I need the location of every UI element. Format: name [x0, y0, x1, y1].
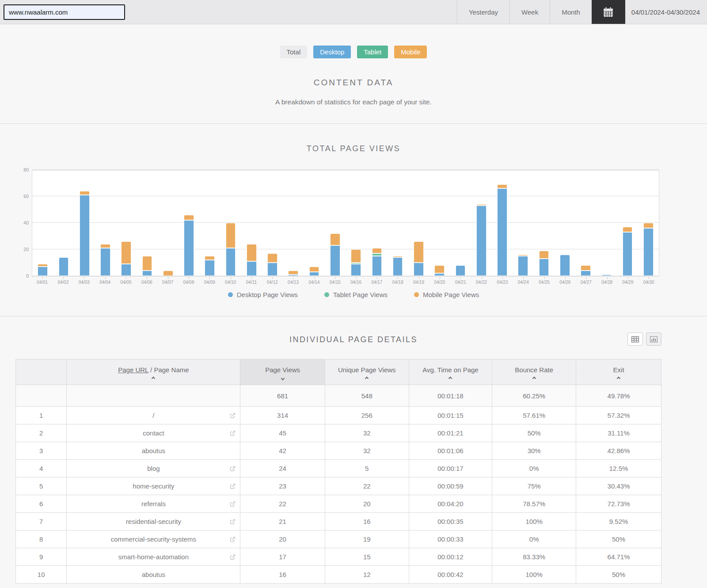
exit-cell: 57.32%: [576, 407, 661, 424]
bar-column-04/17[interactable]: [366, 171, 387, 276]
desktop-page-views-segment: [623, 232, 633, 276]
external-link-icon[interactable]: [230, 466, 236, 471]
exit-column-header[interactable]: Exit: [576, 359, 661, 385]
table-view-button[interactable]: [627, 332, 643, 346]
desktop-page-views-segment: [581, 271, 591, 276]
bar-column-04/11[interactable]: [241, 171, 262, 276]
bar-column-04/24[interactable]: [513, 171, 533, 276]
page-cell: home-security: [67, 477, 240, 495]
bar-column-04/21[interactable]: [450, 171, 471, 276]
bar-column-04/25[interactable]: [533, 171, 554, 276]
bar-column-04/20[interactable]: [429, 171, 450, 276]
desktop-page-views-segment: [518, 256, 528, 276]
rank-cell: 8: [16, 531, 67, 548]
x-axis-label: 04/28: [597, 277, 617, 285]
chart-view-button[interactable]: [646, 332, 661, 346]
desktop-page-views-segment: [80, 195, 90, 276]
desktop-page-views-segment: [309, 272, 319, 276]
bar-column-04/07[interactable]: [158, 171, 179, 276]
table-icon: [631, 336, 639, 343]
bar-column-04/27[interactable]: [575, 171, 596, 276]
bar-column-04/04[interactable]: [95, 171, 116, 276]
exit-cell: 50%: [576, 531, 661, 548]
calendar-button[interactable]: [592, 0, 625, 24]
bar-column-04/28[interactable]: [596, 171, 617, 276]
legend-item[interactable]: Mobile Page Views: [414, 291, 479, 298]
external-link-icon[interactable]: [230, 554, 236, 560]
mobile-page-views-segment: [351, 249, 361, 263]
unique-page-views-column-header[interactable]: Unique Page Views: [325, 359, 409, 385]
exit-cell: 9.52%: [576, 513, 661, 531]
page-views-column-header[interactable]: Page Views: [240, 359, 325, 385]
bar-column-04/18[interactable]: [388, 171, 408, 276]
page-name: aboutus: [142, 447, 165, 454]
mobile-page-views-segment: [497, 184, 507, 188]
table-row: 7residential-security211600:00:35100%9.5…: [16, 513, 661, 531]
bounce-rate-column-header[interactable]: Bounce Rate: [492, 359, 576, 385]
month-button[interactable]: Month: [550, 0, 592, 24]
yesterday-button[interactable]: Yesterday: [457, 0, 509, 24]
bar-column-04/10[interactable]: [220, 171, 241, 276]
page-url-sort-link[interactable]: Page URL: [118, 366, 148, 374]
filter-tablet-button[interactable]: Tablet: [357, 46, 388, 58]
external-link-icon[interactable]: [230, 483, 236, 489]
bar-column-04/02[interactable]: [53, 171, 74, 276]
y-axis-tick: 20: [13, 247, 29, 252]
bar-column-04/23[interactable]: [492, 171, 513, 276]
x-axis-label: 04/02: [53, 277, 73, 285]
rank-cell: 1: [16, 407, 67, 424]
bar-column-04/12[interactable]: [262, 171, 283, 276]
bar-column-04/03[interactable]: [74, 171, 95, 276]
bar-column-04/16[interactable]: [346, 171, 366, 276]
mobile-page-views-segment: [623, 227, 633, 232]
bar-column-04/13[interactable]: [283, 171, 304, 276]
page-views-cell: 314: [240, 407, 325, 424]
bar-column-04/14[interactable]: [304, 171, 324, 276]
x-axis-label: 04/22: [471, 277, 492, 285]
desktop-page-views-segment: [393, 257, 403, 276]
calendar-icon: [602, 6, 614, 18]
legend-dot-icon: [414, 292, 419, 297]
page-name: contact: [143, 429, 164, 437]
unique-page-views-cell: 19: [325, 531, 409, 548]
page-url-column-header[interactable]: Page URL / Page Name: [67, 359, 240, 385]
stacked-bar-chart: 020406080 04/0104/0204/0304/0404/0504/06…: [32, 170, 659, 285]
bar-column-04/30[interactable]: [638, 171, 659, 276]
legend-label: Desktop Page Views: [237, 291, 298, 298]
desktop-page-views-segment: [247, 261, 257, 276]
external-link-icon[interactable]: [230, 519, 236, 524]
bar-column-04/26[interactable]: [555, 171, 575, 276]
x-axis-label: 04/27: [576, 277, 597, 285]
desktop-page-views-segment: [184, 220, 194, 276]
x-axis-label: 04/14: [304, 277, 324, 285]
url-input[interactable]: [4, 4, 125, 20]
bar-column-04/09[interactable]: [199, 171, 220, 276]
bar-column-04/01[interactable]: [32, 171, 53, 276]
bar-column-04/06[interactable]: [137, 171, 157, 276]
external-link-icon[interactable]: [230, 412, 236, 418]
table-row: 3aboutus423200:01:0630%42.86%: [16, 442, 661, 460]
week-button[interactable]: Week: [509, 0, 550, 24]
bar-column-04/08[interactable]: [179, 171, 199, 276]
mobile-page-views-segment: [267, 253, 277, 263]
bar-column-04/29[interactable]: [617, 171, 638, 276]
bar-column-04/22[interactable]: [471, 171, 492, 276]
page-views-cell: 24: [240, 460, 325, 477]
external-link-icon[interactable]: [230, 501, 236, 507]
legend-item[interactable]: Tablet Page Views: [324, 291, 388, 298]
bar-column-04/05[interactable]: [116, 171, 137, 276]
page-views-cell: 21: [240, 513, 325, 531]
legend-item[interactable]: Desktop Page Views: [228, 291, 298, 298]
filter-mobile-button[interactable]: Mobile: [394, 46, 427, 58]
filter-total-button[interactable]: Total: [280, 46, 308, 58]
external-link-icon[interactable]: [230, 536, 236, 542]
desktop-page-views-segment: [497, 188, 507, 276]
bar-column-04/19[interactable]: [408, 171, 429, 276]
desktop-page-views-segment: [330, 245, 340, 276]
bar-column-04/15[interactable]: [325, 171, 346, 276]
sort-asc-icon: [152, 376, 155, 380]
avg-time-column-header[interactable]: Avg. Time on Page: [409, 359, 492, 385]
filter-desktop-button[interactable]: Desktop: [313, 46, 351, 58]
external-link-icon[interactable]: [230, 430, 236, 436]
summary-page-cell: [67, 385, 240, 407]
